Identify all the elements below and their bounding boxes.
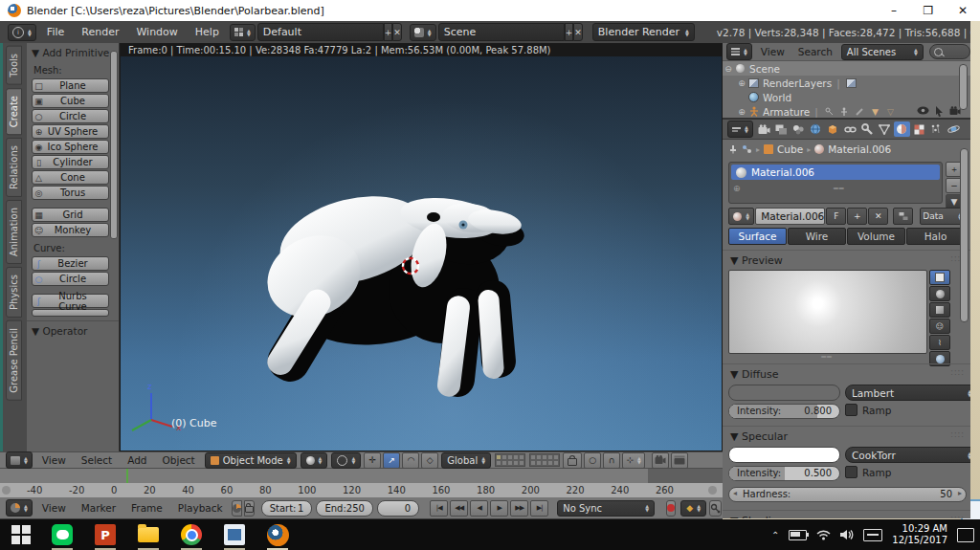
viewport-menu-item[interactable]: Add xyxy=(120,454,154,466)
sync-mode-selector[interactable]: No Sync ▲▼ xyxy=(557,500,655,517)
expand-icon[interactable]: ⊕ xyxy=(736,78,747,88)
modifiers-tab-icon[interactable] xyxy=(859,121,876,137)
outliner-editor-type-button[interactable]: ▲▼ xyxy=(726,43,752,60)
world-tab-icon[interactable] xyxy=(808,121,824,137)
selectability-cursor-icon[interactable] xyxy=(935,106,944,117)
specular-shader-selector[interactable]: CookTorr ▲▼ xyxy=(845,447,970,463)
pin-icon[interactable] xyxy=(728,144,738,154)
tab-surface[interactable]: Surface xyxy=(728,228,787,245)
add-primitive-panel-header[interactable]: ▼ Add Primitive xyxy=(27,43,119,60)
add-mesh-button[interactable]: ○ Circle xyxy=(32,109,109,123)
menu-item[interactable]: Window xyxy=(127,26,186,38)
timeline-menu-item[interactable]: Playback xyxy=(170,502,231,514)
pivot-selector[interactable]: ▲▼ xyxy=(331,452,361,469)
outliner-filter-selector[interactable]: All Scenes ▲▼ xyxy=(841,44,924,60)
outliner-menu-item[interactable]: Search xyxy=(791,46,839,57)
object-tab-icon[interactable] xyxy=(825,121,841,137)
playback-button[interactable]: ▶▶ xyxy=(510,500,528,517)
toolshelf-scrollbar[interactable] xyxy=(110,51,118,239)
screen-layout-selector[interactable]: Default xyxy=(257,23,384,41)
close-button[interactable]: ✕ xyxy=(946,0,980,21)
battery-icon[interactable] xyxy=(789,530,807,540)
scene-selector[interactable]: Scene xyxy=(438,23,565,41)
add-curve-button[interactable]: ʃ Bezier xyxy=(32,256,109,271)
scene-tab-icon[interactable] xyxy=(791,121,807,137)
lock-time-cursor-button[interactable] xyxy=(244,500,255,517)
outliner-item-label[interactable]: RenderLayers xyxy=(763,77,832,89)
specular-intensity-slider[interactable]: Intensity: 0.500 xyxy=(728,466,840,481)
timeline-menu-item[interactable]: Frame xyxy=(123,502,170,514)
translate-manipulator-button[interactable]: ↗ xyxy=(383,452,400,469)
opengl-render-anim-button[interactable] xyxy=(671,452,688,469)
unlink-material-button[interactable]: ✕ xyxy=(868,208,888,225)
playback-button[interactable]: ▶ xyxy=(490,500,508,517)
current-frame-marker[interactable] xyxy=(126,469,128,483)
tab-volume[interactable]: Volume xyxy=(847,228,905,245)
specular-hardness-slider[interactable]: Hardness: 50 ◂ ▸ xyxy=(728,487,967,502)
close-scene-button[interactable]: ✕ xyxy=(573,23,583,41)
record-button[interactable] xyxy=(666,500,676,517)
outliner-item-label[interactable]: World xyxy=(763,92,791,103)
tab-wire[interactable]: Wire xyxy=(788,228,846,245)
preview-sphere-button[interactable] xyxy=(929,286,950,301)
rotate-manipulator-button[interactable]: ◠ xyxy=(402,452,419,469)
add-mesh-button[interactable]: ◉ Ico Sphere xyxy=(32,140,109,154)
nodes-button[interactable] xyxy=(893,208,913,225)
operator-panel-header[interactable]: ▼ Operator xyxy=(27,320,119,339)
visibility-eye-icon[interactable] xyxy=(917,106,929,115)
timeline-track[interactable] xyxy=(0,469,723,484)
taskbar-blender-icon[interactable] xyxy=(266,523,289,546)
outliner-row-armature[interactable]: ⊕ Armature | ▼ ▽ xyxy=(723,104,970,119)
preview-section-header[interactable]: ::::▼ Preview xyxy=(723,250,970,269)
menu-item[interactable]: Help xyxy=(187,26,228,38)
preview-monkey-button[interactable]: ☺ xyxy=(929,319,950,334)
texture-tab-icon[interactable] xyxy=(911,121,927,137)
tab-halo[interactable]: Halo xyxy=(906,228,965,245)
minimize-button[interactable]: – xyxy=(877,0,911,21)
render-tab-icon[interactable] xyxy=(756,121,772,137)
add-mesh-button[interactable]: ▦ Grid xyxy=(32,208,109,222)
keyboard-icon[interactable] xyxy=(863,529,882,541)
new-material-button[interactable]: + xyxy=(847,208,867,225)
scale-manipulator-button[interactable]: ◇ xyxy=(421,452,438,469)
node-icon[interactable] xyxy=(742,144,752,154)
tab-grease-pencil[interactable]: Grease Pencil xyxy=(6,320,22,401)
playback-button[interactable]: ▶| xyxy=(530,500,548,517)
add-layout-button[interactable]: + xyxy=(384,23,393,41)
collapse-icon[interactable]: ⊖ xyxy=(723,64,734,74)
tray-expand-chevron-icon[interactable]: ⌃ xyxy=(771,530,779,540)
layers-grid-1[interactable] xyxy=(495,453,525,467)
taskbar-chrome-icon[interactable] xyxy=(180,523,203,546)
layers-grid-2[interactable] xyxy=(529,453,560,467)
scrollbar-left-cap[interactable] xyxy=(2,486,11,495)
insert-keyframe-button[interactable] xyxy=(709,500,722,517)
tab-tools[interactable]: Tools xyxy=(6,46,22,85)
add-curve-button[interactable]: ʃ Nurbs Curve xyxy=(32,294,109,308)
diffuse-intensity-slider[interactable]: Intensity: 0.800 xyxy=(728,404,840,419)
outliner-search-input[interactable] xyxy=(929,44,970,59)
preview-cube-button[interactable] xyxy=(929,302,950,318)
start-button[interactable] xyxy=(11,525,31,544)
frame-end-field[interactable]: End:250 xyxy=(316,500,372,517)
opengl-render-button[interactable] xyxy=(652,452,669,469)
material-name-field[interactable]: Material.006 xyxy=(755,208,825,225)
specular-ramp-checkbox[interactable] xyxy=(845,466,858,478)
tab-relations[interactable]: Relations xyxy=(6,138,22,197)
material-tab-icon[interactable] xyxy=(894,121,910,137)
add-scene-button[interactable]: + xyxy=(565,23,574,41)
outliner-row-world[interactable]: World xyxy=(723,90,970,104)
volume-icon[interactable] xyxy=(840,529,854,540)
properties-scrollbar[interactable] xyxy=(960,148,969,322)
breadcrumb-material[interactable]: Material.006 xyxy=(828,143,891,155)
browse-material-button[interactable]: ▲▼ xyxy=(728,208,754,225)
fake-user-button[interactable]: F xyxy=(826,208,846,225)
current-frame-field[interactable]: 0 xyxy=(377,500,419,517)
expand-icon[interactable]: ⊕ xyxy=(736,107,747,117)
viewport-3d[interactable]: Frame:0 | Time:00:15.10 | Ve:28348 Fa:47… xyxy=(120,43,723,451)
viewport-shading-selector[interactable]: ▲▼ xyxy=(301,452,328,469)
outliner-item-label[interactable]: Armature xyxy=(763,106,810,118)
tab-animation[interactable]: Animation xyxy=(6,200,22,264)
specular-color-swatch[interactable] xyxy=(728,447,840,463)
preview-hair-button[interactable]: ⌇ xyxy=(929,335,950,350)
outliner-row-scene[interactable]: ⊖ Scene xyxy=(723,61,970,76)
